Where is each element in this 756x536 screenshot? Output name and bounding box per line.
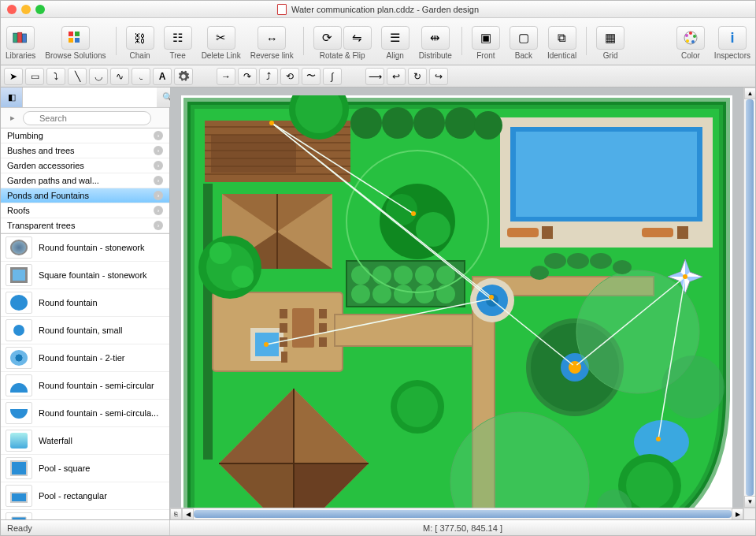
tb-reverse-link[interactable]: ↔ Reverse link [250,26,294,60]
arc-tool-icon[interactable]: ◡ [89,68,108,85]
tb-inspectors[interactable]: i Inspectors [714,26,750,60]
arc-right-icon[interactable]: ↷ [238,68,257,85]
tree-icon[interactable]: ☷ [164,26,192,50]
vertical-scrollbar[interactable]: ▲ ▼ [743,87,755,508]
tb-align[interactable]: ☰ Align [381,26,410,60]
list-item[interactable]: Waterfall [1,427,169,455]
libraries-icon[interactable] [6,26,35,50]
horizontal-scrollbar[interactable]: ⎘ ◀ ▶ [170,508,755,519]
main-toolbar: Libraries Browse Solutions ⛓ Chain ☷ Tre… [1,18,755,65]
rotate-icon[interactable]: ⟳ [313,26,342,50]
expand-icon[interactable]: › [154,191,163,200]
color-icon[interactable] [676,26,705,50]
reverse-link-icon[interactable]: ↔ [258,26,286,50]
polyline-tool-icon[interactable]: ⦦ [132,68,150,85]
scroll-down-icon[interactable]: ▼ [744,496,755,508]
forward-icon[interactable]: ⟶ [365,68,384,85]
front-icon[interactable]: ▣ [472,26,500,50]
category-transparent-trees[interactable]: Transparent trees› [1,218,169,233]
rect-tool-icon[interactable]: ▭ [25,68,44,85]
tb-grid[interactable]: ▦ Grid [596,26,624,60]
tb-front[interactable]: ▣ Front [472,26,500,60]
list-item[interactable]: Pool - square [1,455,169,482]
svg-point-42 [394,266,413,285]
curve-tool-icon[interactable]: ∿ [110,68,129,85]
category-bushes[interactable]: Bushes and trees› [1,143,169,158]
page-nav-icon[interactable]: ⎘ [170,508,182,520]
pointer-tool-icon[interactable]: ➤ [4,68,23,85]
canvas-area: ▲ ▼ ⎘ ◀ ▶ [170,87,755,519]
scroll-right-icon[interactable]: ▶ [732,508,743,520]
list-item[interactable]: Round fountain - stonework [1,234,169,262]
distribute-icon[interactable]: ⇹ [421,26,450,50]
flip-icon[interactable]: ⇋ [343,26,372,50]
scroll-up-icon[interactable]: ▲ [744,87,755,99]
canvas[interactable] [170,87,743,508]
browse-icon[interactable] [61,26,90,50]
tb-libraries[interactable]: Libraries [6,26,35,60]
category-roofs[interactable]: Roofs› [1,203,169,218]
align-icon[interactable]: ☰ [381,26,410,50]
list-item[interactable]: Pool - L-shaped [1,510,169,519]
close-icon[interactable] [7,5,17,14]
scroll-left-icon[interactable]: ◀ [182,508,194,520]
collapse-icon[interactable]: ▸ [6,113,20,123]
search-input[interactable] [23,111,151,125]
bezier-icon[interactable]: 〜 [302,68,321,85]
back-icon[interactable]: ▢ [510,26,538,50]
svg-rect-30 [203,184,213,460]
list-item[interactable]: Square fountain - stonework [1,262,169,289]
category-accessories[interactable]: Garden accessories› [1,158,169,173]
minimize-icon[interactable] [21,5,31,14]
line-tool-icon[interactable]: ╲ [68,68,87,85]
tb-identical[interactable]: ⧉ Identical [547,26,576,60]
backward-icon[interactable]: ↩ [387,68,406,85]
inspectors-icon[interactable]: i [718,26,747,50]
shapes-tab-icon[interactable]: ◧ [1,87,23,107]
list-item[interactable]: Round fountain - semi-circular [1,372,169,400]
tb-delete-link[interactable]: ✂ Delete Link [202,26,241,60]
category-ponds[interactable]: Ponds and Fountains› [1,188,169,203]
connector-tool-icon[interactable]: ⤵ [46,68,65,85]
loop-icon[interactable]: ↻ [408,68,427,85]
tb-rotate[interactable]: ⟳ ⇋ Rotate & Flip [313,26,372,60]
expand-icon[interactable]: › [154,131,163,140]
expand-icon[interactable]: › [154,161,163,170]
tb-back[interactable]: ▢ Back [510,26,538,60]
svg-point-84 [445,107,476,139]
list-item[interactable]: Round fountain, small [1,317,169,344]
round-fountain-stone-icon [6,236,32,259]
identical-icon[interactable]: ⧉ [548,26,576,50]
expand-icon[interactable]: › [154,221,163,230]
garden-plan[interactable] [181,95,732,508]
tb-chain[interactable]: ⛓ Chain [126,26,154,60]
document-icon [277,4,287,15]
tb-browse[interactable]: Browse Solutions [45,26,106,60]
zoom-icon[interactable] [35,5,45,14]
expand-icon[interactable]: › [154,206,163,215]
step-icon[interactable]: ⤴ [259,68,278,85]
window-controls [7,5,45,14]
round-conn-icon[interactable]: ⟲ [280,68,299,85]
tb-distribute[interactable]: ⇹ Distribute [419,26,452,60]
grid-icon[interactable]: ▦ [596,26,624,50]
list-item[interactable]: Pool - rectangular [1,482,169,510]
spline-icon[interactable]: ∫ [323,68,342,85]
list-item[interactable]: Round fountain [1,289,169,317]
text-tool-icon[interactable]: A [153,68,172,85]
tb-color[interactable]: Color [676,26,705,60]
expand-icon[interactable]: › [154,176,163,185]
list-item[interactable]: Round fountain - semi-circula... [1,400,169,427]
expand-icon[interactable]: › [154,146,163,155]
chain-icon[interactable]: ⛓ [126,26,154,50]
category-paths[interactable]: Garden paths and wal...› [1,173,169,188]
status-ready: Ready [1,520,170,535]
delete-link-icon[interactable]: ✂ [207,26,235,50]
list-item[interactable]: Round fountain - 2-tier [1,344,169,372]
gear-icon[interactable] [174,68,193,85]
category-plumbing[interactable]: Plumbing› [1,128,169,143]
redo-icon[interactable]: ↪ [429,68,448,85]
arrow-right-icon[interactable]: → [217,68,235,85]
svg-point-47 [394,285,413,303]
tb-tree[interactable]: ☷ Tree [164,26,192,60]
